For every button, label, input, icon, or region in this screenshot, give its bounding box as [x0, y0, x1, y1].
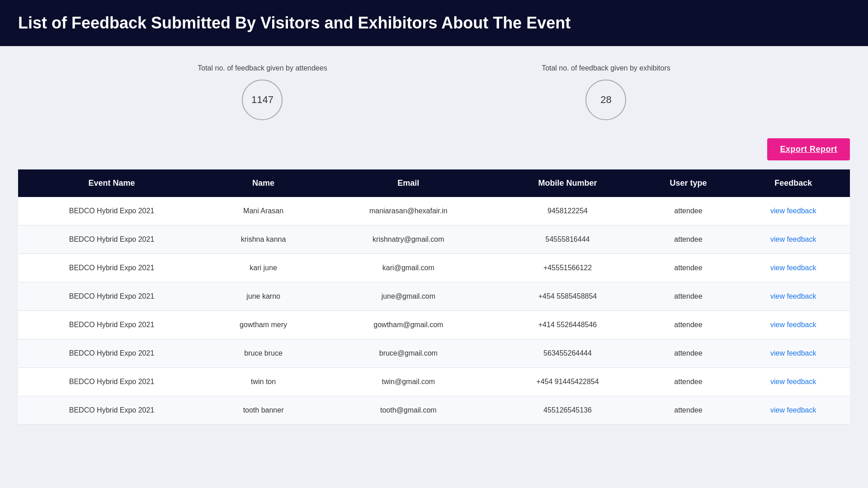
feedback-table-container: Event Name Name Email Mobile Number User… — [18, 169, 850, 425]
table-row: BEDCO Hybrid Expo 2021gowtham merygowtha… — [18, 311, 850, 339]
table-row: BEDCO Hybrid Expo 2021june karnojune@gma… — [18, 282, 850, 311]
table-header: Event Name Name Email Mobile Number User… — [18, 169, 850, 197]
cell-event-name: BEDCO Hybrid Expo 2021 — [18, 225, 205, 254]
cell-feedback: view feedback — [737, 282, 850, 311]
cell-user-type: attendee — [640, 282, 736, 311]
cell-mobile: +45551566122 — [495, 254, 640, 282]
cell-event-name: BEDCO Hybrid Expo 2021 — [18, 254, 205, 282]
view-feedback-link[interactable]: view feedback — [770, 292, 816, 300]
col-feedback: Feedback — [737, 169, 850, 197]
table-row: BEDCO Hybrid Expo 2021kari junekari@gmai… — [18, 254, 850, 282]
cell-mobile: +454 5585458854 — [495, 282, 640, 311]
cell-user-type: attendee — [640, 254, 736, 282]
attendees-stat-block: Total no. of feedback given by attendees… — [198, 64, 327, 120]
cell-event-name: BEDCO Hybrid Expo 2021 — [18, 368, 205, 396]
cell-event-name: BEDCO Hybrid Expo 2021 — [18, 396, 205, 425]
exhibitors-label: Total no. of feedback given by exhibitor… — [542, 64, 670, 72]
cell-email: june@gmail.com — [321, 282, 495, 311]
view-feedback-link[interactable]: view feedback — [770, 378, 816, 385]
cell-email: gowtham@gmail.com — [321, 311, 495, 339]
cell-event-name: BEDCO Hybrid Expo 2021 — [18, 197, 205, 225]
col-mobile: Mobile Number — [495, 169, 640, 197]
cell-feedback: view feedback — [737, 396, 850, 425]
cell-email: bruce@gmail.com — [321, 339, 495, 368]
cell-event-name: BEDCO Hybrid Expo 2021 — [18, 282, 205, 311]
header-banner: List of Feedback Submitted By Visitors a… — [0, 0, 868, 46]
view-feedback-link[interactable]: view feedback — [770, 349, 816, 357]
cell-feedback: view feedback — [737, 225, 850, 254]
export-row: Export Report — [0, 138, 868, 169]
stats-section: Total no. of feedback given by attendees… — [0, 46, 868, 138]
table-body: BEDCO Hybrid Expo 2021Mani Arasanmaniara… — [18, 197, 850, 425]
cell-feedback: view feedback — [737, 254, 850, 282]
col-name: Name — [205, 169, 321, 197]
col-user-type: User type — [640, 169, 736, 197]
cell-email: krishnatry@gmail.com — [321, 225, 495, 254]
cell-user-type: attendee — [640, 339, 736, 368]
cell-user-type: attendee — [640, 396, 736, 425]
page-title: List of Feedback Submitted By Visitors a… — [18, 14, 850, 33]
cell-mobile: 563455264444 — [495, 339, 640, 368]
table-row: BEDCO Hybrid Expo 2021Mani Arasanmaniara… — [18, 197, 850, 225]
view-feedback-link[interactable]: view feedback — [770, 235, 816, 243]
col-event-name: Event Name — [18, 169, 205, 197]
cell-mobile: 455126545136 — [495, 396, 640, 425]
export-report-button[interactable]: Export Report — [767, 138, 850, 160]
cell-feedback: view feedback — [737, 311, 850, 339]
cell-email: kari@gmail.com — [321, 254, 495, 282]
table-row: BEDCO Hybrid Expo 2021twin tontwin@gmail… — [18, 368, 850, 396]
cell-feedback: view feedback — [737, 339, 850, 368]
cell-name: Mani Arasan — [205, 197, 321, 225]
table-row: BEDCO Hybrid Expo 2021tooth bannertooth@… — [18, 396, 850, 425]
view-feedback-link[interactable]: view feedback — [770, 321, 816, 328]
table-row: BEDCO Hybrid Expo 2021krishna kannakrish… — [18, 225, 850, 254]
attendees-count-circle: 1147 — [242, 80, 283, 120]
attendees-label: Total no. of feedback given by attendees — [198, 64, 327, 72]
cell-name: krishna kanna — [205, 225, 321, 254]
view-feedback-link[interactable]: view feedback — [770, 406, 816, 414]
cell-feedback: view feedback — [737, 197, 850, 225]
col-email: Email — [321, 169, 495, 197]
cell-name: tooth banner — [205, 396, 321, 425]
cell-email: maniarasan@hexafair.in — [321, 197, 495, 225]
cell-user-type: attendee — [640, 197, 736, 225]
feedback-table: Event Name Name Email Mobile Number User… — [18, 169, 850, 425]
cell-name: bruce bruce — [205, 339, 321, 368]
cell-user-type: attendee — [640, 225, 736, 254]
cell-mobile: 9458122254 — [495, 197, 640, 225]
view-feedback-link[interactable]: view feedback — [770, 264, 816, 272]
cell-name: june karno — [205, 282, 321, 311]
cell-user-type: attendee — [640, 311, 736, 339]
cell-mobile: +454 91445422854 — [495, 368, 640, 396]
cell-name: twin ton — [205, 368, 321, 396]
view-feedback-link[interactable]: view feedback — [770, 207, 816, 215]
exhibitors-count-circle: 28 — [585, 80, 626, 120]
cell-name: gowtham mery — [205, 311, 321, 339]
cell-feedback: view feedback — [737, 368, 850, 396]
cell-event-name: BEDCO Hybrid Expo 2021 — [18, 339, 205, 368]
cell-mobile: 54555816444 — [495, 225, 640, 254]
cell-event-name: BEDCO Hybrid Expo 2021 — [18, 311, 205, 339]
cell-email: twin@gmail.com — [321, 368, 495, 396]
table-row: BEDCO Hybrid Expo 2021bruce brucebruce@g… — [18, 339, 850, 368]
cell-user-type: attendee — [640, 368, 736, 396]
cell-mobile: +414 5526448546 — [495, 311, 640, 339]
exhibitors-stat-block: Total no. of feedback given by exhibitor… — [542, 64, 670, 120]
cell-email: tooth@gmail.com — [321, 396, 495, 425]
cell-name: kari june — [205, 254, 321, 282]
